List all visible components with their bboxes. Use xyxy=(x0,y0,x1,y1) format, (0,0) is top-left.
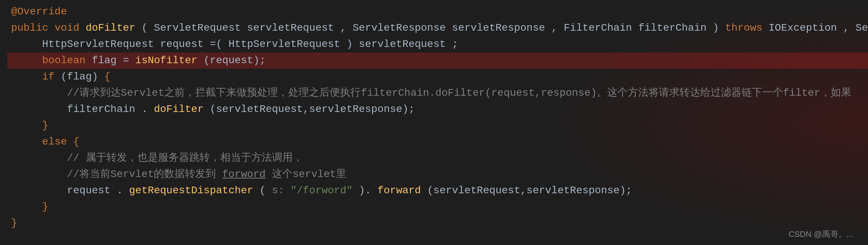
line-8-content: } xyxy=(7,118,868,133)
indent-6 xyxy=(11,85,61,101)
code-line-1: @Override xyxy=(7,4,868,20)
keyword-if: if xyxy=(42,71,55,82)
call-args: (request); xyxy=(204,55,266,66)
forward-args: (servletRequest,servletResponse); xyxy=(427,185,632,196)
line-13-content: } xyxy=(7,199,868,215)
code-line-14: } xyxy=(7,215,868,231)
call-isnofilter: isNofilter xyxy=(135,55,197,66)
code-line-5: if (flag) { xyxy=(7,69,868,85)
line-3-content: HttpServletRequest request =( HttpServle… xyxy=(7,36,868,52)
comment-3-forword: forword xyxy=(222,169,266,180)
brace-open-2: { xyxy=(73,136,79,147)
comma1: , xyxy=(340,22,353,34)
method-dofilter: doFilter xyxy=(86,22,135,34)
cast-close: ) xyxy=(346,38,359,50)
code-line-2: public void doFilter ( ServletRequest se… xyxy=(7,20,868,36)
comment-1: //请求到达Servlet之前，拦截下来做预处理，处理之后便执行filterCh… xyxy=(67,87,851,99)
exception-ser: Ser xyxy=(855,22,868,34)
type-servletrequest: ServletRequest xyxy=(154,22,247,34)
var-servletrequest: servletRequest xyxy=(359,38,446,50)
code-line-11: //将当前Servlet的数据转发到 forword 这个servlet里 xyxy=(7,166,868,183)
line-2-content: public void doFilter ( ServletRequest se… xyxy=(7,20,868,36)
dispatcher-open: ( xyxy=(259,185,272,196)
line-4-content: boolean flag = isNofilter (request); xyxy=(7,52,868,68)
type-servletresponse: ServletResponse xyxy=(353,22,452,34)
code-line-10: // 属于转发，也是服务器跳转，相当于方法调用， xyxy=(7,150,868,166)
exception-ioexception: IOException xyxy=(769,22,837,34)
indent-3 xyxy=(11,36,36,52)
code-line-4: boolean flag = isNofilter (request); xyxy=(7,52,868,69)
param-servletresponse: servletResponse xyxy=(452,22,545,34)
indent-4 xyxy=(11,52,36,68)
var-request-2: request xyxy=(67,185,110,196)
annotation-override: @Override xyxy=(11,6,67,17)
cast-httpservletrequest: HttpServletRequest xyxy=(228,38,340,50)
keyword-else: else xyxy=(42,136,73,147)
code-line-8: } xyxy=(7,118,868,134)
code-area: @Override public void doFilter ( Servlet… xyxy=(0,0,868,235)
line-10-content: // 属于转发，也是服务器跳转，相当于方法调用， xyxy=(7,150,868,166)
code-line-3: HttpServletRequest request =( HttpServle… xyxy=(7,36,868,52)
code-line-13: } xyxy=(7,199,868,215)
var-request: request xyxy=(160,38,204,50)
code-line-9: else { xyxy=(7,134,868,150)
code-line-12: request . getRequestDispatcher ( s: "/fo… xyxy=(7,183,868,199)
indent-12 xyxy=(11,183,61,198)
param-servletrequest: servletRequest xyxy=(247,22,334,34)
param-label-s: s: xyxy=(272,185,290,196)
type-filterchain: FilterChain xyxy=(564,22,639,34)
paren-open: ( xyxy=(142,22,148,34)
code-line-7: filterChain . doFilter (servletRequest,s… xyxy=(7,101,868,118)
paren-close: ) xyxy=(713,22,725,34)
call-forward: forward xyxy=(377,185,421,196)
brace-close-1: } xyxy=(42,120,48,131)
dot1: . xyxy=(142,103,148,115)
param-filterchain: filterChain xyxy=(638,22,707,34)
line-14-content: } xyxy=(7,215,868,231)
indent-9 xyxy=(11,134,36,150)
equals1: =( xyxy=(210,38,222,50)
equals2: = xyxy=(123,55,129,66)
keyword-void: void xyxy=(55,22,86,34)
line-1-content: @Override xyxy=(7,4,868,20)
brace-close-outer: } xyxy=(11,217,17,229)
indent-5 xyxy=(11,69,36,85)
var-filterchain: filterChain xyxy=(67,103,135,115)
code-container: @Override public void doFilter ( Servlet… xyxy=(0,0,868,245)
watermark-text: CSDN @禹哥。... xyxy=(789,229,853,239)
dot2: . xyxy=(117,185,123,196)
indent-13 xyxy=(11,199,36,215)
dofilter-args: (servletRequest,servletResponse); xyxy=(210,103,415,115)
semicolon1: ; xyxy=(452,38,458,50)
var-flag: flag xyxy=(92,55,116,66)
indent-7 xyxy=(11,101,61,117)
comma3: , xyxy=(843,22,856,34)
dispatcher-close: ). xyxy=(359,185,371,196)
comma2: , xyxy=(551,22,564,34)
comment-3: //将当前Servlet的数据转发到 xyxy=(67,169,216,180)
if-condition: (flag) xyxy=(61,71,104,82)
indent-8 xyxy=(11,118,36,133)
keyword-throws: throws xyxy=(725,22,769,34)
comment-2: // 属于转发，也是服务器跳转，相当于方法调用， xyxy=(67,152,303,164)
string-forword: "/forword" xyxy=(290,185,353,196)
line-5-content: if (flag) { xyxy=(7,69,868,85)
indent-10 xyxy=(11,150,61,166)
indent-11 xyxy=(11,166,61,182)
keyword-public: public xyxy=(11,22,55,34)
comment-3-end: 这个servlet里 xyxy=(272,169,347,180)
line-9-content: else { xyxy=(7,134,868,150)
line-6-content: //请求到达Servlet之前，拦截下来做预处理，处理之后便执行filterCh… xyxy=(7,85,868,101)
call-dofilter-1: doFilter xyxy=(154,103,204,115)
call-getrequestdispatcher: getRequestDispatcher xyxy=(129,185,253,196)
line-12-content: request . getRequestDispatcher ( s: "/fo… xyxy=(7,183,868,198)
line-11-content: //将当前Servlet的数据转发到 forword 这个servlet里 xyxy=(7,166,868,182)
type-httpservletrequest: HttpServletRequest xyxy=(42,38,160,50)
brace-open-1: { xyxy=(104,71,110,82)
line-7-content: filterChain . doFilter (servletRequest,s… xyxy=(7,101,868,117)
brace-close-2: } xyxy=(42,201,48,212)
code-line-6: //请求到达Servlet之前，拦截下来做预处理，处理之后便执行filterCh… xyxy=(7,85,868,101)
watermark: CSDN @禹哥。... xyxy=(789,228,853,241)
keyword-boolean: boolean xyxy=(42,55,92,66)
